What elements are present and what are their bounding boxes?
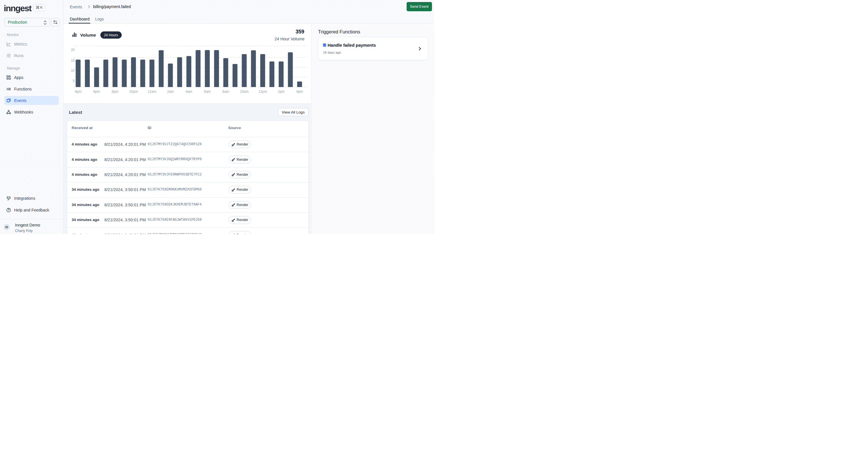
svg-text:20: 20 [71,48,75,52]
svg-text:12am: 12am [148,90,156,94]
svg-text:5: 5 [73,79,75,83]
svg-text:6pm: 6pm [93,90,100,94]
svg-text:10am: 10am [240,90,249,94]
svg-text:8pm: 8pm [112,90,118,94]
svg-text:12pm: 12pm [258,90,267,94]
svg-text:10: 10 [71,69,75,73]
svg-text:10pm: 10pm [129,90,138,94]
svg-text:4pm: 4pm [296,90,303,94]
svg-text:8am: 8am [222,90,229,94]
svg-text:2pm: 2pm [278,90,284,94]
svg-text:15: 15 [71,59,75,63]
svg-text:6am: 6am [204,90,211,94]
svg-text:4am: 4am [185,90,192,94]
svg-text:4pm: 4pm [75,90,81,94]
svg-text:2am: 2am [167,90,174,94]
